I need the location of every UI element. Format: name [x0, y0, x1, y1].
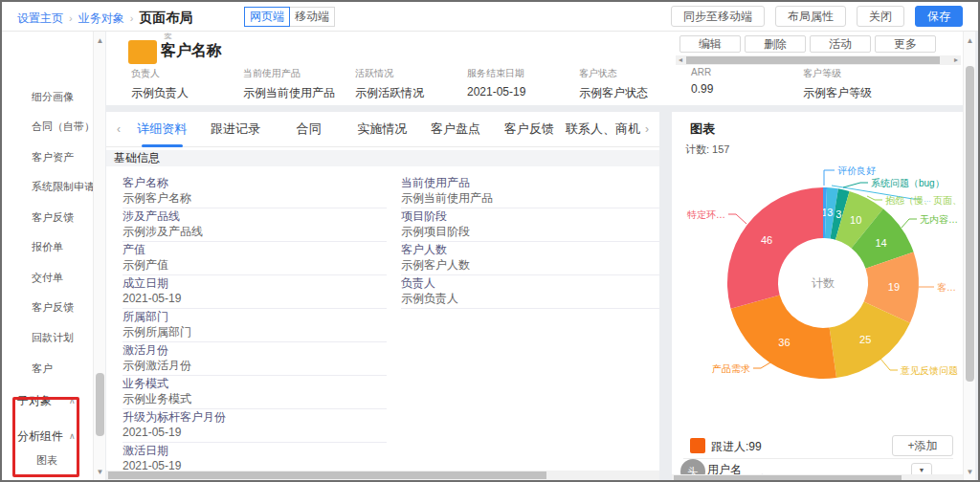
field-label: ARR — [691, 67, 803, 77]
slice-value-label: 36 — [778, 337, 790, 348]
record-button-删除[interactable]: 删除 — [745, 35, 806, 53]
view-mode-switcher: 网页端移动端 — [244, 7, 335, 27]
breadcrumb-item: 页面布局 — [139, 10, 192, 27]
hscrollbar-thumb[interactable] — [686, 56, 940, 64]
topbar-button-同步至移动端[interactable]: 同步至移动端 — [671, 6, 765, 27]
form-field-升级为标杆客户月份: 升级为标杆客户月份2021-05-19 — [122, 410, 387, 443]
field-label: 所属部门 — [122, 310, 387, 323]
slice-value-label: 3 — [827, 207, 833, 218]
record-header-fields: 负责人示例负责人当前使用产品示例当前使用产品活跃情况示例活跃情况服务结束日期20… — [131, 67, 915, 101]
field-value: 示例激活月份 — [122, 359, 387, 373]
sidebar-item-图表[interactable]: 图表 — [36, 453, 93, 467]
scroll-up-icon[interactable]: ▲ — [964, 35, 976, 47]
slice-value-label: 10 — [850, 214, 861, 226]
field-value: 0.99 — [691, 82, 803, 96]
view-tab-移动端[interactable]: 移动端 — [289, 7, 335, 27]
field-value: 示例负责人 — [131, 85, 243, 101]
tab-详细资料[interactable]: 详细资料 — [125, 112, 199, 147]
form-field-客户人数: 客户人数示例客户人数 — [401, 243, 659, 275]
scroll-up-icon[interactable]: ▲ — [94, 35, 106, 47]
field-value: 示例当前使用产品 — [243, 85, 355, 101]
breadcrumb-item[interactable]: 业务对象 — [78, 11, 124, 27]
slice-name-label: 系统问题（bug） — [871, 178, 945, 188]
scroll-right-icon[interactable]: ▸ — [951, 55, 961, 65]
view-tab-网页端[interactable]: 网页端 — [244, 7, 290, 27]
scroll-down-icon[interactable]: ▼ — [94, 467, 106, 478]
field-label: 当前使用产品 — [401, 176, 659, 189]
detail-tabs: ‹详细资料跟进记录合同实施情况客户盘点客户反馈联系人、商机› — [106, 112, 659, 147]
record-actions-hscrollbar: ◂ ▸ — [676, 55, 961, 65]
field-value: 示例客户状态 — [579, 85, 691, 101]
clipped-text: 客 — [164, 32, 172, 39]
slice-value-label: 46 — [761, 234, 772, 246]
sidebar-label: 图表 — [36, 454, 57, 466]
sidebar-label: 系统限制申请明细 — [32, 181, 93, 192]
topbar-button-关闭[interactable]: 关闭 — [857, 6, 904, 27]
detail-card: ‹详细资料跟进记录合同实施情况客户盘点客户反馈联系人、商机› 基础信息 客户名称… — [106, 112, 659, 480]
tabs-scroll-right-icon[interactable]: › — [640, 122, 654, 136]
scroll-down-icon[interactable]: ▼ — [964, 467, 976, 478]
sidebar-section-分析组件[interactable]: 分析组件∧ — [17, 429, 86, 443]
label-leader-line — [728, 214, 746, 224]
slice-name-label: 抱怨（慢、页面、… — [885, 195, 963, 206]
field-value: 示例活跃情况 — [355, 85, 467, 101]
tabs-scroll-left-icon[interactable]: ‹ — [112, 122, 125, 136]
record-button-更多[interactable]: 更多 — [875, 35, 936, 53]
followers-icon — [690, 438, 705, 453]
breadcrumb-item[interactable]: 设置主页 — [17, 11, 63, 27]
topbar-button-布局属性[interactable]: 布局属性 — [775, 6, 846, 27]
sidebar-item-客户反馈[interactable]: 客户反馈 — [32, 300, 93, 314]
detail-hscrollbar — [106, 471, 659, 480]
record-button-活动[interactable]: 活动 — [810, 35, 871, 53]
field-label: 当前使用产品 — [243, 67, 355, 80]
topbar-button-保存[interactable]: 保存 — [915, 6, 963, 27]
hscrollbar-thumb[interactable] — [674, 475, 902, 480]
header-field-服务结束日期: 服务结束日期2021-05-19 — [467, 67, 579, 101]
tab-客户盘点[interactable]: 客户盘点 — [419, 112, 493, 147]
field-value: 2021-05-19 — [467, 85, 579, 99]
section-title: 基础信息 — [106, 150, 659, 166]
sidebar-section-子对象[interactable]: 子对象∧ — [17, 394, 86, 407]
sidebar-item-客户[interactable]: 客户 — [32, 362, 93, 375]
sidebar-item-细分画像[interactable]: 细分画像 — [32, 90, 93, 103]
slice-name-label: 特定环… — [687, 209, 725, 220]
label-leader-line — [880, 359, 898, 370]
tab-联系人、商机[interactable]: 联系人、商机 — [566, 112, 640, 147]
main-scrollbar-thumb[interactable] — [966, 66, 974, 382]
header-field-客户等级: 客户等级示例客户等级 — [803, 67, 915, 101]
hscrollbar-thumb[interactable] — [108, 471, 546, 479]
tab-合同[interactable]: 合同 — [272, 112, 345, 147]
scroll-left-icon[interactable]: ◂ — [676, 55, 685, 65]
field-value: 示例客户名称 — [122, 191, 387, 206]
sidebar-scrollbar: ▲ ▼ — [93, 32, 105, 480]
tab-客户反馈[interactable]: 客户反馈 — [492, 112, 566, 147]
sidebar-item-回款计划[interactable]: 回款计划 — [32, 331, 93, 344]
record-button-编辑[interactable]: 编辑 — [679, 35, 741, 53]
form-field-产值: 产值示例产值 — [122, 243, 387, 275]
divider — [683, 458, 953, 459]
sidebar-item-客户反馈[interactable]: 客户反馈 — [32, 210, 93, 224]
sidebar-item-合同（自带）[interactable]: 合同（自带） — [32, 120, 93, 133]
record-actions: 编辑删除活动更多 — [679, 35, 936, 53]
sidebar-label: 客户反馈 — [32, 301, 74, 313]
sidebar-item-交付单[interactable]: 交付单 — [32, 271, 93, 284]
label-leader-line — [824, 170, 835, 186]
sidebar-item-客户资产[interactable]: 客户资产 — [32, 150, 93, 164]
sidebar-label: 子对象 — [17, 394, 52, 407]
tab-实施情况[interactable]: 实施情况 — [345, 112, 419, 147]
header-field-负责人: 负责人示例负责人 — [131, 67, 243, 101]
sidebar-label: 合同（自带） — [32, 120, 93, 132]
tab-跟进记录[interactable]: 跟进记录 — [199, 112, 273, 147]
sidebar-label: 报价单 — [32, 241, 63, 252]
form-left-column: 客户名称示例客户名称涉及产品线示例涉及产品线产值示例产值成立日期2021-05-… — [122, 176, 387, 477]
field-label: 负责人 — [401, 276, 659, 290]
sidebar-item-系统限制申请明细[interactable]: 系统限制申请明细 — [32, 180, 93, 193]
record-avatar — [128, 40, 157, 64]
sidebar-item-报价单[interactable]: 报价单 — [32, 240, 93, 253]
sidebar-label: 客户 — [32, 362, 53, 374]
pie-slice-特定环…[interactable] — [727, 187, 823, 309]
form-field-成立日期: 成立日期2021-05-19 — [122, 276, 387, 309]
sidebar-scrollbar-thumb[interactable] — [96, 373, 104, 436]
chart-panel-title: 图表 — [690, 120, 715, 138]
add-follower-button[interactable]: +添加 — [892, 435, 953, 456]
